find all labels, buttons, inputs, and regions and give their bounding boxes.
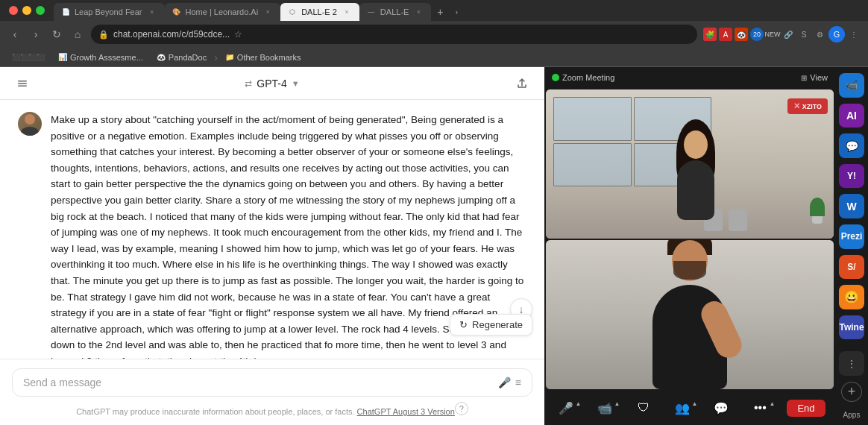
- xzito-sign: ✕ XZITO: [787, 98, 828, 114]
- ext-misc2[interactable]: S: [797, 28, 811, 41]
- zoom-title-label: Zoom Meeting: [562, 73, 614, 82]
- ext-puzzle[interactable]: 🧩: [703, 28, 717, 41]
- tab-dalle[interactable]: — DALL-E ×: [359, 3, 432, 21]
- video-chevron-icon: ▲: [614, 400, 620, 407]
- window-pane-3: [553, 143, 632, 187]
- bookmark-growth-label: Growth Asssesme...: [70, 53, 143, 62]
- zoom-security-control[interactable]: 🛡: [632, 399, 655, 417]
- ext-abp[interactable]: A: [719, 28, 732, 41]
- zoom-chat-control[interactable]: 💬: [709, 399, 733, 417]
- maximize-button[interactable]: [36, 6, 45, 15]
- model-chevron-icon: ▼: [292, 79, 300, 88]
- dock-yahoo-icon[interactable]: Y!: [839, 164, 864, 189]
- ext-more[interactable]: ⋮: [847, 28, 861, 41]
- voice-icon[interactable]: 🎤: [498, 377, 511, 388]
- disclaimer-link[interactable]: ChatGPT August 3 Version: [357, 407, 455, 416]
- bookmark-apps[interactable]: ⬛⬛⬛⬛: [6, 52, 51, 63]
- tabs-chevron[interactable]: ›: [449, 3, 464, 21]
- video-tile-bottom: [546, 240, 834, 389]
- refresh-button[interactable]: ↻: [49, 28, 64, 40]
- tab-leonardo[interactable]: 🎨 Home | Leonardo.Ai ×: [165, 3, 281, 21]
- dock-add-icon: +: [848, 384, 856, 400]
- regenerate-button[interactable]: ↻ Regenerate: [450, 314, 532, 336]
- new-tab-button[interactable]: +: [431, 3, 449, 21]
- zoom-view-button[interactable]: ⊞ View: [801, 73, 828, 82]
- tab-dalle2-close[interactable]: ×: [342, 7, 352, 17]
- help-icon[interactable]: ?: [455, 402, 468, 415]
- svg-rect-2: [18, 85, 27, 86]
- dock-prezi-icon[interactable]: Prezi: [839, 224, 864, 249]
- video-content-bottom: [546, 240, 834, 389]
- chat-footer: Send a message 🎤 ≡ ChatGPT may produce i…: [0, 359, 544, 425]
- ext-misc1[interactable]: 🔗: [781, 28, 795, 41]
- tab-dalle-icon: —: [367, 7, 376, 16]
- close-button[interactable]: [9, 6, 18, 15]
- model-selector[interactable]: ⇄ GPT-4 ▼: [245, 78, 299, 89]
- zoom-footer: 🎤 ▲ 📹 ▲ 🛡 👥 ▲ 💬 ••• ▲ End: [544, 391, 835, 425]
- zoom-video-control[interactable]: 📹 ▲: [593, 399, 617, 417]
- input-action-icons: 🎤 ≡: [498, 377, 521, 388]
- message-input-placeholder[interactable]: Send a message: [23, 377, 492, 388]
- bookmark-pandadoc-label: PandaDoc: [169, 53, 207, 62]
- url-bar: ‹ › ↻ ⌂ 🔒 chat.openai.com/c/d59cdce... ☆…: [0, 21, 868, 48]
- tab-leap-close[interactable]: ×: [147, 7, 157, 17]
- main-content: ⇄ GPT-4 ▼: [0, 67, 868, 425]
- bookmark-pandadoc[interactable]: 🐼 PandaDoc: [151, 51, 213, 63]
- bookmark-other[interactable]: 📁 Other Bookmarks: [219, 51, 307, 63]
- tab-leonardo-close[interactable]: ×: [262, 7, 273, 17]
- dock-emoji-icon[interactable]: 😀: [839, 285, 864, 309]
- url-action-icons: ☆: [234, 29, 242, 40]
- dock-zoom-icon[interactable]: 📹: [839, 73, 864, 98]
- dock-chat-icon[interactable]: 💬: [839, 133, 864, 158]
- tab-dalle2[interactable]: ⬡ DALL-E 2 ×: [280, 3, 359, 21]
- ext-panda[interactable]: 🐼: [735, 28, 748, 41]
- sidebar-toggle-button[interactable]: [12, 73, 33, 94]
- dock-slashdot-icon[interactable]: S/: [839, 255, 864, 280]
- tab-dalle2-icon: ⬡: [288, 7, 297, 16]
- menu-icon[interactable]: ≡: [515, 377, 521, 388]
- url-text: chat.openai.com/c/d59cdce...: [113, 29, 230, 40]
- bookmark-separator: ›: [214, 51, 218, 63]
- ext-misc3[interactable]: ⚙: [813, 28, 826, 41]
- tab-leap-icon: 📄: [61, 7, 70, 16]
- ext-badge[interactable]: 20: [750, 28, 764, 41]
- forward-button[interactable]: ›: [28, 28, 43, 40]
- zoom-videos: ✕ XZITO: [544, 88, 835, 391]
- dock-misc-icon[interactable]: ⋮: [839, 351, 864, 376]
- bookmark-growth[interactable]: 📊 Growth Asssesme...: [52, 51, 149, 63]
- person-man: [630, 240, 749, 389]
- bookmark-other-label: Other Bookmarks: [237, 53, 301, 62]
- home-button[interactable]: ⌂: [70, 28, 85, 40]
- svg-rect-1: [18, 83, 27, 84]
- chair-2: [729, 209, 747, 231]
- person-woman: [666, 119, 726, 239]
- regenerate-icon: ↻: [459, 319, 468, 330]
- tab-leap[interactable]: 📄 Leap Beyond Fear ×: [54, 3, 165, 21]
- back-button[interactable]: ‹: [7, 28, 22, 40]
- tab-dalle-close[interactable]: ×: [413, 7, 424, 17]
- browser-tabs: 📄 Leap Beyond Fear × 🎨 Home | Leonardo.A…: [54, 0, 868, 21]
- share-button[interactable]: [512, 73, 532, 94]
- ext-new[interactable]: NEW: [766, 28, 779, 41]
- bookmark-star-icon[interactable]: ☆: [234, 29, 242, 40]
- message-input-box[interactable]: Send a message 🎤 ≡: [12, 368, 532, 397]
- side-dock: 📹 AI 💬 Y! W Prezi S/ 😀 Twine ⋮ + Apps: [835, 67, 868, 425]
- zoom-participants-control[interactable]: 👥 ▲: [670, 399, 694, 417]
- minimize-button[interactable]: [22, 6, 31, 15]
- zoom-more-control[interactable]: ••• ▲: [748, 399, 772, 417]
- mute-chevron-icon: ▲: [576, 400, 582, 407]
- video-content-top: ✕ XZITO: [546, 89, 834, 239]
- dock-ai-icon[interactable]: AI: [839, 104, 864, 128]
- user-avatar: [18, 112, 42, 136]
- title-bar: 📄 Leap Beyond Fear × 🎨 Home | Leonardo.A…: [0, 0, 868, 21]
- zoom-end-button[interactable]: End: [787, 400, 825, 417]
- ext-misc4[interactable]: G: [828, 26, 845, 42]
- dock-word-icon[interactable]: W: [839, 194, 864, 218]
- zoom-mute-control[interactable]: 🎤 ▲: [554, 399, 578, 417]
- dock-add-button[interactable]: +: [841, 382, 862, 402]
- zoom-panel: Zoom Meeting ⊞ View: [544, 67, 835, 425]
- user-avatar-image: [18, 112, 42, 136]
- security-icon: 🛡: [632, 399, 655, 417]
- url-field[interactable]: 🔒 chat.openai.com/c/d59cdce... ☆: [91, 25, 697, 44]
- dock-twine-icon[interactable]: Twine: [839, 315, 864, 340]
